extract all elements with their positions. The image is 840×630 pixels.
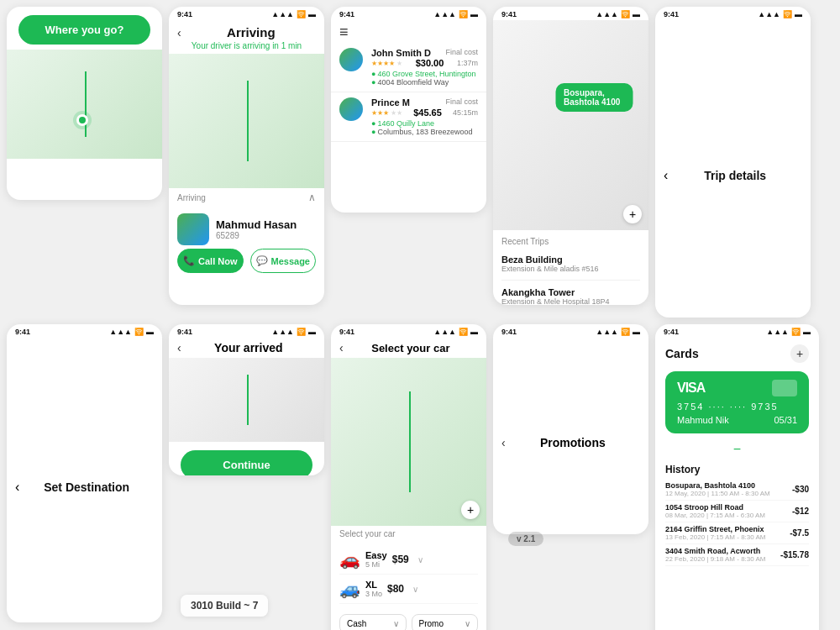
status-icons: ▲▲▲ 🛜 ▬ xyxy=(433,328,478,336)
time: 9:41 xyxy=(339,10,354,18)
trip-details-header: ‹ Trip details xyxy=(655,20,811,318)
arriving-subtitle: Your driver is arriving in 1 min xyxy=(169,41,324,50)
map-preview xyxy=(7,50,162,159)
driver-avatar xyxy=(177,213,209,245)
recent-trips: Recent Trips Beza Building Extension & M… xyxy=(493,230,648,305)
history-amount: -$15.78 xyxy=(780,550,809,559)
build-info-badge: 3010 Build ~ 7 xyxy=(181,595,268,617)
wifi-icon: 🛜 xyxy=(791,328,801,336)
signal-icon: ▲▲▲ xyxy=(766,328,789,336)
recent-place-name: Akangkha Tower xyxy=(501,287,640,297)
list-item: 1054 Stroop Hill Road 08 Mar, 2020 | 7:1… xyxy=(665,501,809,522)
chevron-down-icon: ∨ xyxy=(393,619,399,628)
chevron-down-icon: ∨ xyxy=(417,555,423,564)
history-title: History xyxy=(665,464,809,475)
trip-cost-label: Final cost xyxy=(445,97,478,108)
wifi-icon: 🛜 xyxy=(459,10,468,18)
signal-icon: ▲▲▲ xyxy=(758,10,780,18)
status-icons: ▲▲▲ 🛜 ▬ xyxy=(109,328,154,336)
status-icons: ▲▲▲ 🛜 ▬ xyxy=(271,10,316,18)
card-arrived: 9:41 ▲▲▲ 🛜 ▬ ‹ Your arrived Continue xyxy=(169,324,324,475)
wifi-icon: 🛜 xyxy=(621,10,630,18)
history-destination: 3404 Smith Road, Acworth xyxy=(665,547,765,555)
history-amount: -$30 xyxy=(792,485,809,494)
zoom-in-button[interactable]: + xyxy=(461,501,480,519)
list-item[interactable]: Akangkha Tower Extension & Mele Hospital… xyxy=(501,284,640,305)
promo-select[interactable]: Promo ∨ xyxy=(412,614,479,630)
header: ‹ Arriving xyxy=(169,20,324,41)
signal-icon: ▲▲▲ xyxy=(109,328,132,336)
signal-icon: ▲▲▲ xyxy=(271,328,294,336)
trip-cost: $45.65 xyxy=(413,108,442,118)
back-arrow-icon[interactable]: ‹ xyxy=(177,26,181,39)
call-button[interactable]: 📞 Call Now xyxy=(177,249,244,273)
card-details-row: Mahmud Nik 05/31 xyxy=(677,415,797,425)
history-time: 08 Mar, 2020 | 7:15 AM - 6:30 AM xyxy=(665,512,765,519)
hamburger-icon[interactable]: ≡ xyxy=(331,20,486,43)
card-expiry: 05/31 xyxy=(774,415,797,425)
car-price: $59 xyxy=(392,554,409,565)
history-time: 12 May, 2020 | 11:50 AM - 8:30 AM xyxy=(665,490,770,497)
card-trip-list: 9:41 ▲▲▲ 🛜 ▬ ≡ John Smith D Final cost ★… xyxy=(331,7,486,213)
status-bar: 9:41 ▲▲▲ 🛜 ▬ xyxy=(169,7,324,20)
phone-icon: 📞 xyxy=(183,255,195,266)
time: 9:41 xyxy=(501,328,517,336)
wifi-icon: 🛜 xyxy=(459,328,468,336)
card-holder-name: Mahmud Nik xyxy=(677,415,729,425)
trip-to: ●Columbus, 183 Breezewood xyxy=(371,128,478,136)
time: 9:41 xyxy=(501,10,517,18)
list-item[interactable]: Beza Building Extension & Mile aladis #5… xyxy=(501,251,640,276)
card-where-you-go: Where you go? xyxy=(7,7,162,200)
card-number: 3754 ···· ···· 9735 xyxy=(677,402,797,412)
add-location-button[interactable]: + xyxy=(623,205,642,223)
promo-label: Promo xyxy=(419,619,444,628)
destination-title: Set Destination xyxy=(19,480,154,494)
card-trip-details: 9:41 ▲▲▲ 🛜 ▬ ‹ Trip details Bosupara, Ba… xyxy=(655,7,811,318)
card-wallet-cards: 9:41 ▲▲▲ 🛜 ▬ Cards + VISA 3754 ···· ····… xyxy=(655,324,819,630)
list-item: 2164 Griffin Street, Phoenix 13 Feb, 202… xyxy=(665,522,809,544)
history-destination: 2164 Griffin Street, Phoenix xyxy=(665,525,765,533)
wifi-icon: 🛜 xyxy=(134,328,144,336)
arriving-title: Arriving xyxy=(186,25,316,39)
visa-card: VISA 3754 ···· ···· 9735 Mahmud Nik 05/3… xyxy=(665,371,809,433)
chevron-up-icon: ∧ xyxy=(308,192,316,203)
payment-select[interactable]: Cash ∨ xyxy=(339,614,407,630)
avatar xyxy=(339,48,363,71)
trip-time: 1:37m xyxy=(457,59,478,67)
list-item: 3404 Smith Road, Acworth 22 Feb, 2020 | … xyxy=(665,544,809,566)
time: 9:41 xyxy=(177,10,192,18)
status-icons: ▲▲▲ 🛜 ▬ xyxy=(596,328,640,336)
car-icon: 🚙 xyxy=(339,579,360,599)
car-price: $80 xyxy=(387,583,404,595)
trip-to: ●4004 Bloomfield Way xyxy=(371,78,478,87)
history-time: 13 Feb, 2020 | 7:15 AM - 8:30 AM xyxy=(665,533,765,541)
arrived-map xyxy=(169,358,324,442)
chevron-down-icon: ∨ xyxy=(412,585,418,594)
history-destination: Bosupara, Bashtola 4100 xyxy=(665,481,770,490)
battery-icon: ▬ xyxy=(470,328,478,336)
visa-logo: VISA xyxy=(677,381,705,396)
card-set-destination: 9:41 ▲▲▲ 🛜 ▬ ‹ Set Destination Bosupara,… xyxy=(7,324,162,622)
list-item[interactable]: 🚙 XL 3 Mo $80 ∨ xyxy=(339,575,478,604)
arriving-map xyxy=(169,54,324,188)
trip-cost: $30.00 xyxy=(416,58,444,68)
star-rating: ★★★★★ xyxy=(371,109,402,117)
card-promotions: 9:41 ▲▲▲ 🛜 ▬ ‹ Promotions =% % xyxy=(493,324,648,534)
history-amount: -$12 xyxy=(792,507,809,516)
time: 9:41 xyxy=(664,328,679,336)
message-button[interactable]: 💬 Message xyxy=(250,249,317,273)
list-item[interactable]: 🚗 Easy 5 Mi $59 ∨ xyxy=(339,545,478,575)
remove-card-button[interactable]: − xyxy=(655,438,819,460)
status-bar: 9:41 ▲▲▲ 🛜 ▬ xyxy=(655,7,811,20)
trip-details-title: Trip details xyxy=(668,169,802,182)
history-dest-info: Bosupara, Bashtola 4100 12 May, 2020 | 1… xyxy=(665,481,770,497)
status-bar: 9:41 ▲▲▲ 🛜 ▬ xyxy=(331,324,486,338)
status-icons: ▲▲▲ 🛜 ▬ xyxy=(758,10,802,18)
where-you-go-button[interactable]: Where you go? xyxy=(18,15,150,45)
recent-place-name: Beza Building xyxy=(501,255,640,265)
recent-place-addr: Extension & Mile aladis #516 xyxy=(501,265,640,273)
status-icons: ▲▲▲ 🛜 ▬ xyxy=(271,328,316,336)
battery-icon: ▬ xyxy=(633,328,640,336)
add-card-button[interactable]: + xyxy=(790,344,809,363)
continue-button[interactable]: Continue xyxy=(181,450,312,475)
